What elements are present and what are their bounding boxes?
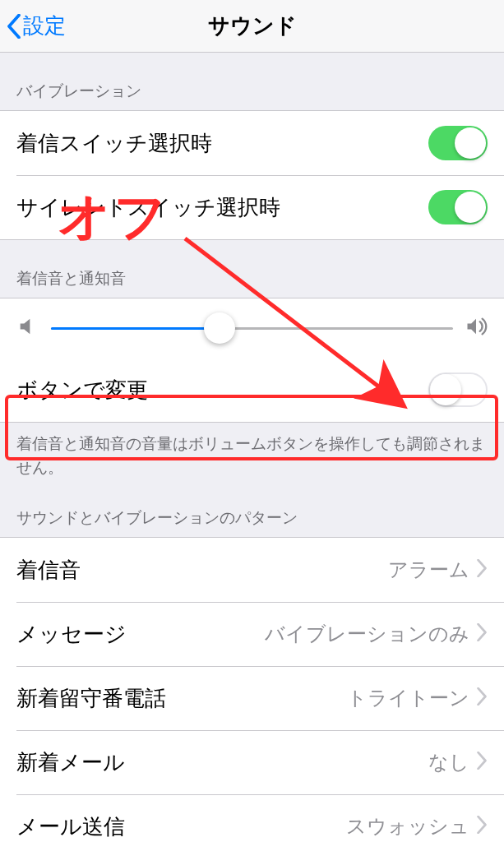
row-label: 新着留守番電話: [16, 684, 166, 713]
toggle-change-with-buttons[interactable]: [428, 372, 488, 407]
chevron-right-icon: [476, 559, 488, 581]
row-vibrate-on-ring[interactable]: 着信スイッチ選択時: [0, 111, 504, 175]
chevron-right-icon: [476, 623, 488, 645]
group-vibration: 着信スイッチ選択時 サイレントスイッチ選択時: [0, 110, 504, 240]
row-change-with-buttons[interactable]: ボタンで変更: [0, 358, 504, 422]
row-value: なし: [428, 749, 469, 775]
row-label: メール送信: [16, 812, 125, 841]
back-button[interactable]: 設定: [7, 12, 66, 40]
row-value: スウォッシュ: [346, 813, 469, 840]
page-title: サウンド: [0, 12, 504, 40]
row-value: アラーム: [388, 557, 469, 583]
toggle-vibrate-on-ring[interactable]: [428, 126, 488, 160]
row-label: ボタンで変更: [16, 376, 148, 405]
row-value: トライトーン: [347, 685, 469, 711]
chevron-right-icon: [476, 752, 488, 773]
group-patterns: 着信音 アラーム メッセージ バイブレーションのみ 新着留守番電話 トライトーン…: [0, 537, 504, 842]
row-label: 新着メール: [16, 748, 125, 777]
section-header-vibration: バイブレーション: [0, 53, 504, 110]
group-ringtone: ボタンで変更: [0, 298, 504, 423]
chevron-left-icon: [7, 14, 21, 39]
section-header-patterns: サウンドとバイブレーションのパターン: [0, 479, 504, 537]
row-voicemail[interactable]: 新着留守番電話 トライトーン: [0, 666, 504, 730]
row-label: メッセージ: [16, 620, 127, 649]
section-header-ringtone: 着信音と通知音: [0, 240, 504, 298]
row-vibrate-on-silent[interactable]: サイレントスイッチ選択時: [0, 175, 504, 239]
volume-high-icon: [465, 315, 488, 341]
chevron-right-icon: [476, 687, 488, 709]
navigation-bar: 設定 サウンド: [0, 0, 504, 53]
volume-slider[interactable]: [51, 327, 453, 330]
row-ringtone[interactable]: 着信音 アラーム: [0, 538, 504, 602]
row-label: サイレントスイッチ選択時: [16, 193, 280, 222]
row-new-mail[interactable]: 新着メール なし: [0, 730, 504, 794]
chevron-right-icon: [476, 816, 488, 837]
row-message[interactable]: メッセージ バイブレーションのみ: [0, 602, 504, 666]
volume-low-icon: [16, 315, 39, 341]
row-label: 着信音: [16, 556, 81, 585]
toggle-vibrate-on-silent[interactable]: [428, 190, 488, 224]
footer-text-ringtone: 着信音と通知音の音量はボリュームボタンを操作しても調節されません。: [0, 423, 504, 479]
row-value: バイブレーションのみ: [265, 621, 469, 647]
back-label: 設定: [23, 12, 66, 40]
row-label: 着信スイッチ選択時: [16, 129, 212, 158]
row-sent-mail[interactable]: メール送信 スウォッシュ: [0, 794, 504, 842]
row-volume-slider: [0, 298, 504, 358]
